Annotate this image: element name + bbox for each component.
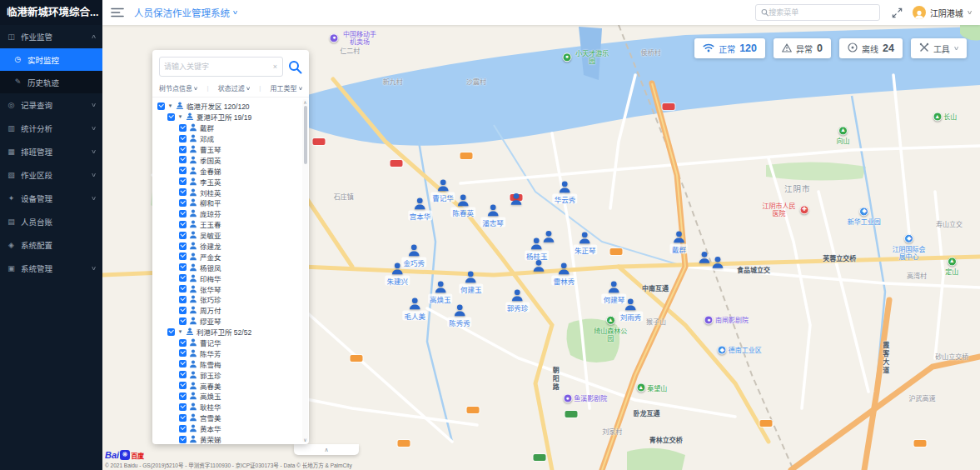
menu-search-box[interactable] (755, 4, 880, 21)
caret-down-icon[interactable]: ▾ (177, 113, 183, 120)
tree-node-person[interactable]: 柳和平 (157, 198, 301, 208)
tree-node-person[interactable]: 黄本华 (157, 423, 301, 434)
tree-node-person[interactable]: 金春娣 (157, 165, 301, 176)
worker-marker[interactable]: 华云秀 (553, 180, 578, 203)
checkbox-checked[interactable] (179, 274, 187, 282)
checkbox-checked[interactable] (179, 135, 187, 142)
worker-marker[interactable]: 潘志琴 (480, 204, 505, 228)
tree-node-person[interactable]: 曹玉琴 (157, 144, 301, 155)
user-menu[interactable]: 江阴港城 ∨ (913, 6, 972, 19)
tree-node-group-1[interactable]: ▾ 利港环卫所 52/52 (157, 327, 301, 338)
keyword-search-box[interactable]: × (159, 57, 283, 77)
worker-marker[interactable]: 宫本华 (408, 198, 433, 221)
worker-marker[interactable] (510, 192, 523, 206)
checkbox-checked[interactable] (179, 425, 187, 432)
sidebar-item-6[interactable]: ▧ 作业区段∨ (0, 163, 102, 187)
worker-marker[interactable]: 雷林秀 (552, 262, 577, 286)
status-card-normal[interactable]: 正常 120 (694, 38, 765, 58)
status-card-tools[interactable]: 工具 ∨ (911, 38, 967, 58)
sidebar-item-2[interactable]: ✎ 历史轨迹 (0, 71, 102, 93)
checkbox-checked[interactable] (179, 221, 187, 228)
clear-icon[interactable]: × (272, 62, 278, 71)
checkbox-checked[interactable] (179, 263, 187, 271)
status-card-abnormal[interactable]: 异常 0 (774, 38, 831, 58)
tree-node-person[interactable]: 宫雪美 (157, 412, 301, 423)
sidebar-item-5[interactable]: ▦ 排班管理∨ (0, 140, 102, 163)
tree-scrollbar[interactable]: ∧ ∨ (302, 99, 308, 442)
sidebar-item-1[interactable]: ◷ 实时监控 (0, 48, 102, 71)
tree-filter-0[interactable]: 树节点信息∨ (159, 83, 197, 92)
tree-node-person[interactable]: 高春美 (157, 380, 301, 391)
checkbox-checked[interactable] (179, 178, 187, 185)
checkbox-checked[interactable] (179, 436, 187, 443)
tree-node-person[interactable]: 戴群 (157, 122, 301, 133)
sidebar-item-3[interactable]: ◎ 记录查询∨ (0, 93, 102, 117)
checkbox-checked[interactable] (179, 318, 187, 325)
tree-node-person[interactable]: 高焕玉 (157, 391, 301, 402)
worker-marker[interactable]: 陈春英 (450, 193, 475, 217)
checkbox-checked[interactable] (179, 146, 187, 153)
checkbox-checked[interactable] (179, 349, 187, 357)
tree-filter-1[interactable]: 状态过滤∨ (218, 83, 250, 92)
worker-marker[interactable]: 郭秀珍 (505, 289, 530, 312)
worker-marker[interactable]: 高焕玉 (428, 281, 453, 304)
checkbox-checked[interactable] (179, 232, 187, 239)
checkbox-checked[interactable] (179, 296, 187, 303)
worker-marker[interactable] (711, 256, 724, 269)
tree-node-person[interactable]: 严金女 (157, 251, 301, 262)
tree-node-person[interactable]: 印梅华 (157, 272, 301, 283)
checkbox-checked[interactable] (179, 285, 187, 292)
worker-marker[interactable]: 朱建兴 (385, 262, 410, 286)
menu-collapse-icon[interactable] (111, 7, 124, 18)
tree-node-person[interactable]: 张华琴 (157, 283, 301, 294)
checkbox-checked[interactable] (179, 360, 187, 368)
checkbox-checked[interactable] (179, 252, 187, 260)
map-canvas[interactable]: 江阴市石庄镇仁二村新九村沙震村侯桥村高湾村刘家村猴子山寿山立交芙蓉立交桥食品城立… (102, 25, 980, 470)
tree-filter-2[interactable]: 用工类型∨ (271, 83, 302, 92)
checkbox-checked[interactable] (157, 102, 165, 110)
checkbox-checked[interactable] (179, 199, 187, 207)
worker-marker[interactable]: 刘雨秀 (619, 298, 644, 321)
caret-down-icon[interactable]: ▾ (167, 102, 173, 109)
tree-node-person[interactable]: 缪亚琴 (157, 316, 301, 327)
search-button[interactable] (288, 60, 302, 74)
checkbox-checked[interactable] (167, 113, 175, 121)
sidebar-item-8[interactable]: ▤ 人员台账 (0, 210, 102, 233)
tree-node-person[interactable]: 曹记华 (157, 338, 301, 348)
worker-marker[interactable]: 朱正琴 (573, 232, 598, 255)
checkbox-checked[interactable] (179, 414, 187, 422)
sidebar-item-7[interactable]: ✦ 设备管理∨ (0, 187, 102, 210)
checkbox-checked[interactable] (179, 371, 187, 378)
sidebar-item-4[interactable]: ▥ 统计分析∨ (0, 117, 102, 140)
checkbox-checked[interactable] (179, 156, 187, 163)
sidebar-item-0[interactable]: ◫ 作业监管∧ (0, 25, 102, 48)
tree-node-person[interactable]: 耿桂华 (157, 402, 301, 412)
tree-node-person[interactable]: 吴敏亚 (157, 230, 301, 241)
tree-node-root[interactable]: ▾ 临港开发区 120/120 (157, 101, 301, 112)
worker-marker[interactable]: 何建玉 (459, 271, 484, 294)
tree-node-group-0[interactable]: ▾ 夏港环卫所 19/19 (157, 112, 301, 122)
worker-marker[interactable]: 陈秀秀 (447, 303, 472, 327)
checkbox-checked[interactable] (179, 392, 187, 400)
tree-node-person[interactable]: 庞琼芬 (157, 208, 301, 219)
checkbox-checked[interactable] (179, 382, 187, 389)
worker-marker[interactable]: 毛人美 (402, 297, 427, 320)
system-switcher[interactable]: 人员保洁作业管理系统 ∨ (134, 6, 237, 19)
caret-down-icon[interactable]: ▾ (177, 328, 183, 335)
fullscreen-icon[interactable] (892, 8, 903, 18)
checkbox-checked[interactable] (179, 210, 187, 218)
tree-node-person[interactable]: 王玉春 (157, 219, 301, 230)
worker-marker[interactable] (542, 230, 555, 243)
checkbox-checked[interactable] (179, 307, 187, 314)
checkbox-checked[interactable] (179, 242, 187, 250)
status-card-offline[interactable]: 离线 24 (839, 38, 903, 58)
menu-search-input[interactable] (769, 8, 874, 17)
tree-node-person[interactable]: 郭玉珍 (157, 369, 301, 380)
tree-node-person[interactable]: 黄荣娣 (157, 434, 301, 444)
scroll-up-icon[interactable]: ∧ (302, 99, 308, 105)
tree-node-person[interactable]: 徐建龙 (157, 241, 301, 252)
tree-node-person[interactable]: 杨银凤 (157, 262, 301, 272)
scroll-down-icon[interactable]: ∨ (302, 437, 308, 442)
scrollbar-thumb[interactable] (304, 106, 307, 164)
checkbox-checked[interactable] (179, 188, 187, 196)
